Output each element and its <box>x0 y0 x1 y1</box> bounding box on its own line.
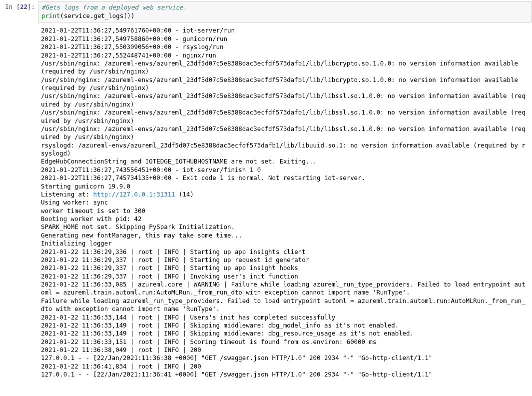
output-pre-link: 2021-01-22T11:36:27,549761760+00:00 - io… <box>41 26 526 198</box>
output-stream: 2021-01-22T11:36:27,549761760+00:00 - io… <box>38 26 532 382</box>
listening-url-link[interactable]: http://127.0.0.1:31311 <box>93 190 175 198</box>
output-post-link: (14) Using worker: sync worker timeout i… <box>41 190 526 378</box>
code-cell: In [22]: #Gets logs from a deployed web … <box>0 0 532 22</box>
prompt-label: In <box>5 3 12 10</box>
code-rest: (service.get_logs()) <box>60 12 134 20</box>
input-prompt: In [22]: <box>0 1 38 12</box>
output-row: 2021-01-22T11:36:27,549761760+00:00 - io… <box>0 26 532 382</box>
code-func: print <box>41 12 60 20</box>
prompt-number: 22 <box>20 3 27 10</box>
code-input[interactable]: #Gets logs from a deployed web service. … <box>38 1 532 22</box>
output-prompt-spacer <box>0 26 38 28</box>
code-comment: #Gets logs from a deployed web service. <box>41 4 187 11</box>
